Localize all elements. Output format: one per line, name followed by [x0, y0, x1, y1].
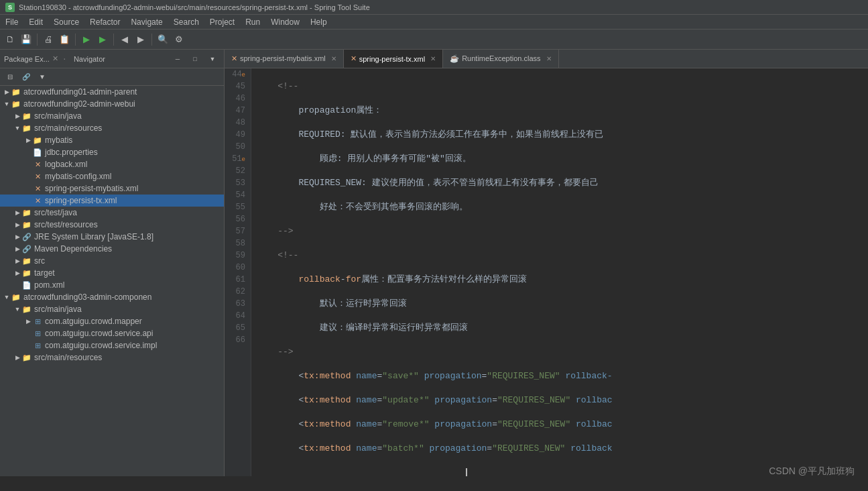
code-ln-48: REQUIRES_NEW: 建议使用的值，表示不管当前线程上有没有事务，都要自己: [257, 177, 863, 189]
minimize-panel-button[interactable]: ─: [170, 52, 185, 66]
print-button[interactable]: 🖨: [41, 32, 56, 47]
tree-arrow-11: ▶: [13, 221, 21, 228]
tree-item-7[interactable]: ▶ ✕ mybatis-config.xml: [0, 170, 224, 182]
debug-button[interactable]: ▶: [79, 32, 94, 47]
sidebar: Package Ex... ✕ ⬝ Navigator ─ □ ▼ ⊟ 🔗 ▼ …: [0, 50, 225, 476]
tab-label-runtime: RuntimeException.class: [462, 54, 540, 62]
ln-65: 65: [230, 322, 245, 334]
save-button[interactable]: 💾: [19, 32, 34, 47]
navigator-tab[interactable]: Navigator: [74, 55, 105, 63]
menu-search[interactable]: Search: [168, 16, 204, 28]
tree-item-8[interactable]: ▶ ✕ spring-persist-mybatis.xml: [0, 182, 224, 195]
tree-item-20[interactable]: ▶ ⊞ com.atguigu.crowd.service.api: [0, 327, 224, 339]
tree-label-10: src/test/java: [34, 208, 77, 217]
file-icon-16: 📄: [21, 280, 32, 290]
tree-item-9[interactable]: ▶ ✕ spring-persist-tx.xml: [0, 195, 224, 207]
tab-close-tx[interactable]: ✕: [430, 55, 436, 62]
tree-item-6[interactable]: ▶ ✕ logback.xml: [0, 158, 224, 170]
ln-63: 63: [230, 298, 245, 310]
menu-file[interactable]: File: [0, 16, 23, 28]
tree-item-3[interactable]: ▼ 📁 src/main/resources: [0, 122, 224, 134]
tree-label-7: mybatis-config.xml: [45, 172, 111, 181]
ln-46: 46: [230, 93, 245, 105]
tree-item-11[interactable]: ▶ 📁 src/test/resources: [0, 219, 224, 231]
tree-item-13[interactable]: ▶ 🔗 Maven Dependencies: [0, 243, 224, 255]
ln-60: 60: [230, 262, 245, 274]
code-ln-52: rollback-for属性：配置事务方法针对什么样的异常回滚: [257, 274, 863, 286]
ln-52: 52: [230, 165, 245, 177]
tree-label-9: spring-persist-tx.xml: [45, 196, 117, 205]
tree-item-16[interactable]: ▶ 📄 pom.xml: [0, 279, 224, 291]
package-explorer-tab[interactable]: Package Ex...: [4, 55, 50, 63]
tree-arrow-10: ▶: [13, 209, 21, 216]
tree-item-0[interactable]: ▶ 📁 atcrowdfunding01-admin-parent: [0, 86, 224, 98]
tree-item-15[interactable]: ▶ 📁 target: [0, 267, 224, 279]
code-ln-55: -->: [257, 346, 863, 358]
tree-item-17[interactable]: ▼ 📁 atcrowdfunding03-admin-componen: [0, 291, 224, 303]
copy-button[interactable]: 📋: [57, 32, 72, 47]
menu-project[interactable]: Project: [204, 16, 240, 28]
tab-close-runtime[interactable]: ✕: [546, 55, 552, 62]
main-layout: Package Ex... ✕ ⬝ Navigator ─ □ ▼ ⊟ 🔗 ▼ …: [0, 50, 868, 476]
tab-close-mybatis[interactable]: ✕: [331, 55, 336, 62]
menu-help[interactable]: Help: [305, 16, 332, 28]
menu-window[interactable]: Window: [265, 16, 305, 28]
tab-icon-tx: ✕: [351, 54, 357, 63]
menu-refactor[interactable]: Refactor: [84, 16, 125, 28]
forward-button[interactable]: ▶: [133, 32, 148, 47]
tab-mybatis[interactable]: ✕ spring-persist-mybatis.xml ✕: [225, 50, 344, 68]
tree-item-1[interactable]: ▼ 📁 atcrowdfunding02-admin-webui: [0, 98, 224, 110]
sidebar-menu-button[interactable]: ▼: [35, 70, 50, 85]
toolbar-separator-2: [75, 34, 76, 46]
editor-area: ✕ spring-persist-mybatis.xml ✕ ✕ spring-…: [225, 50, 868, 476]
settings-button[interactable]: ⚙: [172, 32, 186, 47]
collapse-all-button[interactable]: ⊟: [3, 70, 17, 85]
code-editor[interactable]: 44e 45 46 47 48 49 50 51e 52 53 54 55 56…: [225, 68, 868, 476]
menu-navigate[interactable]: Navigate: [125, 16, 168, 28]
code-ln-47: 顾虑: 用别人的事务有可能"被"回滚。: [257, 153, 863, 165]
panel-menu-button[interactable]: ▼: [205, 52, 220, 66]
search-toolbar-button[interactable]: 🔍: [156, 32, 170, 47]
tree-label-20: com.atguigu.crowd.service.api: [45, 329, 153, 338]
ln-58: 58: [230, 237, 245, 250]
tree-label-16: pom.xml: [34, 280, 64, 290]
code-content[interactable]: <!-- propagation属性： REQUIRED: 默认值，表示当前方法…: [251, 68, 868, 476]
run-button[interactable]: ▶: [95, 32, 110, 47]
menu-edit[interactable]: Edit: [23, 16, 48, 28]
back-button[interactable]: ◀: [117, 32, 132, 47]
line-numbers: 44e 45 46 47 48 49 50 51e 52 53 54 55 56…: [225, 68, 251, 476]
xml-icon-6: ✕: [32, 159, 43, 170]
code-ln-44: <!--: [257, 80, 863, 93]
ln-48: 48: [230, 117, 245, 129]
lib-icon-13: 🔗: [21, 243, 32, 254]
tree-item-4[interactable]: ▶ 📁 mybatis: [0, 134, 224, 146]
tree-item-12[interactable]: ▶ 🔗 JRE System Library [JavaSE-1.8]: [0, 231, 224, 243]
pkg-icon-20: ⊞: [32, 328, 43, 339]
tree-item-22[interactable]: ▶ 📁 src/main/resources: [0, 351, 224, 364]
tree-item-10[interactable]: ▶ 📁 src/test/java: [0, 207, 224, 219]
tab-label-mybatis: spring-persist-mybatis.xml: [240, 54, 326, 62]
pkg-icon-21: ⊞: [32, 340, 43, 351]
tab-runtime[interactable]: ☕ RuntimeException.class ✕: [443, 50, 558, 68]
code-ln-53: 默认：运行时异常回滚: [257, 298, 863, 310]
pkg-icon-19: ⊞: [32, 316, 43, 327]
menu-source[interactable]: Source: [48, 16, 84, 28]
file-icon-5: 📄: [32, 147, 43, 158]
tree-arrow-4: ▶: [24, 137, 32, 144]
tree-item-5[interactable]: ▶ 📄 jdbc.properties: [0, 146, 224, 158]
code-ln-45: propagation属性：: [257, 105, 863, 117]
tree-item-19[interactable]: ▶ ⊞ com.atguigu.crowd.mapper: [0, 315, 224, 327]
maximize-panel-button[interactable]: □: [188, 52, 202, 66]
tree-item-18[interactable]: ▼ 📁 src/main/java: [0, 303, 224, 315]
tree-label-19: com.atguigu.crowd.mapper: [45, 317, 142, 326]
new-button[interactable]: 🗋: [3, 32, 17, 47]
tree-item-14[interactable]: ▶ 📁 src: [0, 255, 224, 267]
folder-icon-4: 📁: [32, 135, 43, 146]
link-editor-button[interactable]: 🔗: [19, 70, 34, 85]
ln-53: 53: [230, 177, 245, 189]
tree-item-21[interactable]: ▶ ⊞ com.atguigu.crowd.service.impl: [0, 339, 224, 351]
tree-arrow-14: ▶: [13, 258, 21, 264]
menu-run[interactable]: Run: [240, 16, 265, 28]
tree-item-2[interactable]: ▶ 📁 src/main/java: [0, 110, 224, 122]
tab-tx[interactable]: ✕ spring-persist-tx.xml ✕: [344, 50, 443, 68]
